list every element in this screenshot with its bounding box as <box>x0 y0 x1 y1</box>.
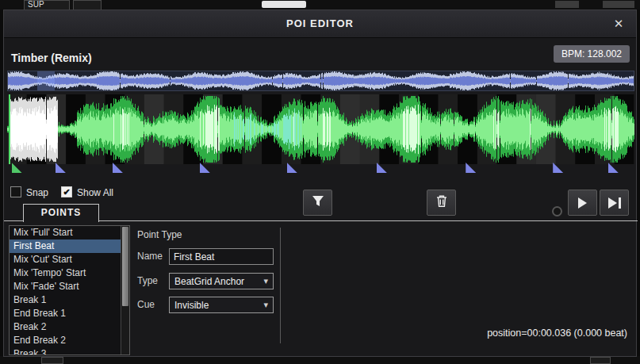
points-list: Mix 'Full' StartFirst BeatMix 'Cut' Star… <box>10 226 129 355</box>
list-item[interactable]: Break 2 <box>10 320 129 334</box>
position-status: position=00:00.036 (0.000 beat) <box>487 328 627 339</box>
list-item[interactable]: Break 3 <box>10 347 129 355</box>
record-indicator <box>552 206 562 216</box>
form-divider <box>280 228 281 343</box>
overview-waveform[interactable] <box>7 71 634 91</box>
poi-marker[interactable] <box>377 163 387 173</box>
list-item[interactable]: End Break 2 <box>10 334 129 347</box>
poi-marker[interactable] <box>466 163 476 173</box>
background-box <box>603 1 634 8</box>
background-box <box>555 1 579 8</box>
show-all-label: Show All <box>77 187 113 198</box>
name-input[interactable] <box>169 248 274 265</box>
list-scrollbar[interactable] <box>121 226 129 354</box>
skip-next-button[interactable] <box>600 190 629 216</box>
list-item[interactable]: Mix 'Cut' Start <box>10 253 129 266</box>
points-listbox[interactable]: Mix 'Full' StartFirst BeatMix 'Cut' Star… <box>9 225 130 355</box>
background-pill <box>262 1 306 8</box>
type-label: Type <box>137 275 158 286</box>
track-title: Timber (Remix) <box>11 52 92 64</box>
snap-label: Snap <box>26 187 48 198</box>
check-icon: ✔ <box>63 187 70 197</box>
poi-editor-dialog: POI EDITOR ✕ BPM: 128.002 Timber (Remix)… <box>3 10 637 357</box>
filter-button[interactable] <box>303 190 332 216</box>
cue-value: Invisible <box>174 300 209 311</box>
tab-points[interactable]: POINTS <box>23 204 99 222</box>
delete-button[interactable] <box>427 190 456 216</box>
poi-marker[interactable] <box>608 163 619 173</box>
marker-layer <box>7 163 634 174</box>
chevron-down-icon: ▾ <box>263 276 268 286</box>
background-box <box>590 357 611 364</box>
skip-next-icon <box>608 197 617 209</box>
list-item[interactable]: Mix 'Tempo' Start <box>10 266 129 280</box>
list-item[interactable]: Break 1 <box>10 293 129 307</box>
chevron-down-icon: ▾ <box>263 300 268 310</box>
type-dropdown[interactable]: BeatGrid Anchor ▾ <box>169 273 274 289</box>
trash-icon <box>435 194 448 211</box>
list-item[interactable]: First Beat <box>10 239 129 253</box>
background-box <box>41 357 63 364</box>
bpm-badge: BPM: 128.002 <box>554 45 630 63</box>
filter-icon <box>312 195 324 210</box>
list-item[interactable]: End Break 1 <box>10 307 129 320</box>
poi-marker[interactable] <box>200 163 210 173</box>
scrollbar-thumb[interactable] <box>122 227 128 306</box>
play-icon <box>578 197 587 209</box>
dialog-title: POI EDITOR <box>4 17 636 29</box>
type-value: BeatGrid Anchor <box>174 276 244 287</box>
poi-marker[interactable] <box>56 163 66 173</box>
name-label: Name <box>137 251 163 262</box>
poi-marker[interactable] <box>113 163 123 173</box>
list-item[interactable]: Mix 'Fade' Start <box>10 280 129 293</box>
poi-marker[interactable] <box>287 163 297 173</box>
point-type-title: Point Type <box>137 229 182 240</box>
poi-editor-screen: SUP POI EDITOR ✕ BPM: 128.002 Timber (Re… <box>0 0 640 364</box>
play-button[interactable] <box>568 190 597 216</box>
poi-marker[interactable] <box>553 163 563 173</box>
close-icon[interactable]: ✕ <box>611 16 627 32</box>
dialog-titlebar: POI EDITOR ✕ <box>4 10 636 38</box>
poi-marker[interactable] <box>12 163 22 173</box>
cue-dropdown[interactable]: Invisible ▾ <box>169 297 274 313</box>
main-waveform[interactable] <box>7 94 634 164</box>
background-bottom-strip <box>0 356 640 364</box>
cue-label: Cue <box>137 299 155 310</box>
list-item[interactable]: Mix 'Full' Start <box>10 226 129 239</box>
snap-checkbox[interactable] <box>10 186 21 197</box>
show-all-checkbox[interactable]: ✔ <box>61 186 72 197</box>
background-top-strip: SUP <box>0 0 640 10</box>
